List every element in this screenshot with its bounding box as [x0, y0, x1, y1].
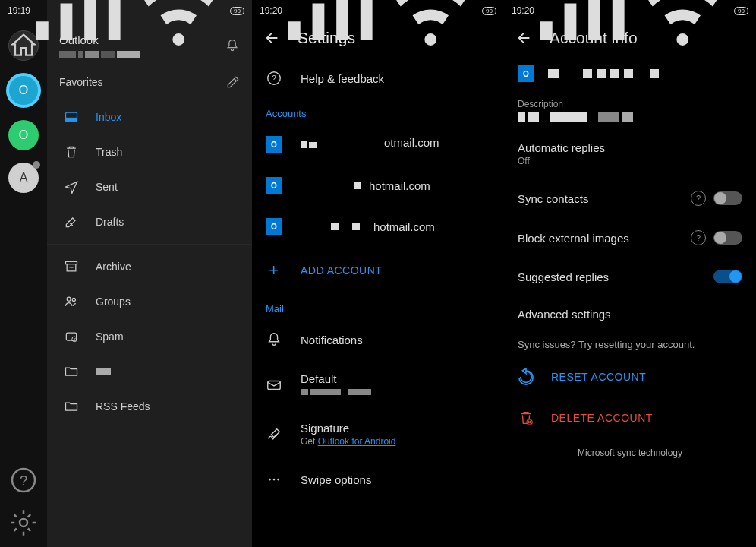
signal-icon [282, 0, 379, 48]
notifications-row[interactable]: Notifications [252, 319, 504, 360]
battery-icon: 90 [734, 7, 748, 15]
account-email: hotmail.com [373, 220, 435, 233]
outlook-drawer-pane: 19:19 90 O O A ? Outlook [0, 0, 252, 547]
folder-custom[interactable] [47, 354, 252, 389]
svg-rect-12 [268, 381, 281, 389]
svg-point-2 [20, 519, 27, 526]
row-label: Suggested replies [518, 270, 609, 283]
help-feedback-row[interactable]: ? Help & feedback [252, 58, 504, 99]
folder-label: Archive [96, 261, 131, 273]
suggested-replies-toggle[interactable] [713, 270, 742, 283]
outlook-icon: O [266, 177, 282, 194]
folder-groups[interactable]: Groups [47, 284, 252, 319]
svg-rect-5 [66, 261, 77, 264]
folder-archive[interactable]: Archive [47, 249, 252, 284]
status-time: 19:20 [512, 5, 534, 16]
account-row-3[interactable]: O hotmail.com [252, 206, 504, 247]
help-icon: ? [266, 70, 282, 87]
reset-account-button[interactable]: RESET ACCOUNT [504, 356, 756, 397]
account-info-pane: 19:20 90 Account info O Description [504, 0, 756, 547]
sync-issues-text: Sync issues? Try resetting your account. [504, 333, 756, 356]
advanced-settings-row[interactable]: Advanced settings [504, 296, 756, 333]
sync-contacts-toggle[interactable] [713, 191, 742, 205]
wifi-icon [383, 0, 479, 48]
signal-icon [534, 0, 631, 48]
folder-sent[interactable]: Sent [47, 169, 252, 204]
account-email: otmail.com [384, 136, 490, 149]
action-label: DELETE ACCOUNT [551, 412, 653, 424]
svg-point-7 [72, 298, 75, 301]
row-label: Advanced settings [518, 308, 611, 321]
help-icon[interactable]: ? [691, 230, 706, 245]
description-value[interactable] [504, 109, 756, 129]
redacted-email [548, 69, 659, 78]
row-label: Notifications [301, 334, 363, 346]
outlook-link[interactable]: Outlook for Android [318, 436, 396, 447]
account-avatar-1[interactable]: O [6, 73, 41, 108]
account-row-2[interactable]: O hotmail.com [252, 165, 504, 206]
folder-icon [64, 399, 79, 414]
reset-icon [518, 368, 534, 385]
folder-trash[interactable]: Trash [47, 134, 252, 169]
help-icon[interactable]: ? [691, 191, 706, 206]
help-icon[interactable]: ? [8, 465, 39, 495]
automatic-replies-row[interactable]: Automatic replies Off [504, 129, 756, 179]
account-rail: O O A ? [0, 0, 47, 547]
account-avatar-3[interactable]: A [8, 163, 39, 193]
row-label: Help & feedback [301, 72, 384, 85]
svg-point-15 [277, 479, 279, 481]
row-value: Off [518, 156, 605, 166]
status-bar: 19:20 90 [252, 0, 504, 21]
outlook-icon: O [266, 218, 282, 235]
signature-row[interactable]: Signature Get Outlook for Android [252, 409, 504, 459]
row-label: Default [301, 372, 371, 385]
dots-icon [266, 471, 282, 488]
back-icon[interactable] [516, 30, 533, 46]
back-icon[interactable] [264, 30, 281, 46]
signature-icon [266, 426, 282, 443]
battery-icon: 90 [482, 7, 496, 15]
row-label: Block external images [518, 232, 629, 245]
signal-icon [30, 0, 127, 48]
svg-point-14 [273, 479, 276, 481]
status-bar: 19:20 90 [504, 0, 756, 21]
folder-label: Trash [96, 146, 122, 158]
account-row-1[interactable]: O otmail.com [252, 124, 504, 165]
row-label: Automatic replies [518, 141, 605, 154]
svg-point-6 [67, 297, 71, 301]
svg-rect-4 [66, 118, 77, 122]
block-images-row: Block external images ? [504, 218, 756, 258]
account-email: hotmail.com [369, 179, 430, 192]
wifi-icon [131, 0, 227, 48]
inbox-icon [64, 109, 79, 125]
folder-inbox[interactable]: Inbox [47, 100, 252, 134]
battery-icon: 90 [230, 7, 244, 15]
folder-drafts[interactable]: Drafts [47, 204, 252, 239]
add-account-button[interactable]: + ADD ACCOUNT [252, 247, 504, 294]
favorites-section: Favorites [47, 65, 252, 100]
folder-label: Groups [96, 296, 131, 308]
sync-contacts-row: Sync contacts ? [504, 179, 756, 218]
edit-icon[interactable] [226, 75, 240, 89]
mail-icon [266, 377, 282, 394]
account-avatar-2[interactable]: O [8, 120, 39, 150]
folder-spam[interactable]: Spam [47, 319, 252, 354]
accounts-section-label: Accounts [252, 99, 504, 124]
swipe-options-row[interactable]: Swipe options [252, 459, 504, 500]
delete-account-button[interactable]: DELETE ACCOUNT [504, 397, 756, 438]
gear-icon[interactable] [8, 507, 39, 538]
status-time: 19:19 [8, 5, 30, 16]
folder-label: Spam [96, 330, 124, 343]
folder-rss[interactable]: RSS Feeds [47, 389, 252, 424]
row-label: Sync contacts [518, 192, 588, 205]
default-row[interactable]: Default [252, 360, 504, 409]
delete-icon [518, 409, 534, 426]
status-bar: 19:19 90 [0, 0, 252, 21]
footer-text: Microsoft sync technology [504, 438, 756, 467]
spam-icon [64, 329, 79, 344]
svg-text:?: ? [20, 473, 27, 489]
block-images-toggle[interactable] [713, 231, 742, 245]
folder-label-redacted [96, 365, 111, 378]
redacted-email [59, 51, 140, 58]
status-time: 19:20 [260, 5, 282, 16]
